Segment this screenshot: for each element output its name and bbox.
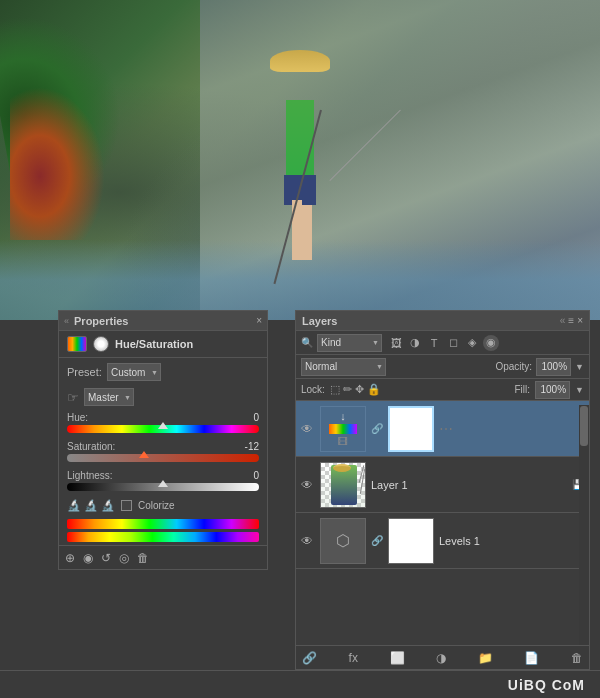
levels-icon: ⬡ [336, 531, 350, 550]
eye-btn-huesat[interactable]: 👁 [301, 422, 315, 436]
eyedropper-2[interactable]: 🔬 [84, 499, 98, 512]
eyedropper-3[interactable]: 🔬 [101, 499, 115, 512]
preset-select[interactable]: Custom [107, 363, 161, 381]
huesat-arrow-icon: ↓ [340, 410, 346, 422]
filter-smart-btn[interactable]: ◈ [464, 335, 480, 351]
stem-decoration [10, 80, 110, 240]
preset-select-wrapper[interactable]: Custom [107, 363, 161, 381]
trash-btn[interactable]: 🗑 [137, 551, 149, 565]
layers-collapse[interactable]: « [560, 315, 566, 326]
properties-panel: « Properties × Hue/Saturation Preset: Cu… [58, 310, 268, 570]
opacity-input[interactable] [536, 358, 571, 376]
link-chain-huesat: 🔗 [371, 423, 383, 434]
filter-image-btn[interactable]: 🖼 [388, 335, 404, 351]
properties-title: Properties [74, 315, 128, 327]
lock-icons: ⬚ ✏ ✥ 🔒 [330, 383, 381, 396]
hue-circle-icon [93, 336, 109, 352]
colorize-label: Colorize [138, 500, 175, 511]
levels-mask-white [389, 519, 433, 563]
watermark-main: UiBQ CoM [508, 677, 585, 693]
spectrum-bar [67, 519, 259, 529]
finger-icon[interactable]: ☞ [67, 390, 79, 405]
levels-thumb: ⬡ [320, 518, 366, 564]
hue-thumb[interactable] [158, 422, 168, 429]
opacity-label: Opacity: [495, 361, 532, 372]
link-layers-btn[interactable]: 🔗 [302, 651, 317, 665]
fill-label: Fill: [515, 384, 531, 395]
rod-mini [360, 469, 365, 494]
fill-arrow: ▼ [575, 385, 584, 395]
hue-adj-icon [67, 336, 87, 352]
blend-select[interactable]: Normal [301, 358, 386, 376]
lock-move-btn[interactable]: ✥ [355, 383, 364, 396]
properties-collapse[interactable]: « [64, 316, 69, 326]
huesat-mask-white [390, 408, 432, 450]
sat-slider-section: Saturation: -12 [59, 437, 267, 466]
properties-close[interactable]: × [256, 315, 262, 326]
layer-row-huesat[interactable]: 👁 ↓ 🎞 🔗 ⋯ [296, 401, 589, 457]
add-layer-btn[interactable]: ⊕ [65, 551, 75, 565]
hue-track[interactable] [67, 425, 259, 433]
sat-thumb[interactable] [139, 451, 149, 458]
add-group-btn[interactable]: 📁 [478, 651, 493, 665]
layer-row-levels[interactable]: 👁 ⬡ 🔗 Levels 1 [296, 513, 589, 569]
layers-close[interactable]: × [577, 315, 583, 326]
eye-btn[interactable]: ◉ [83, 551, 93, 565]
eye-btn-levels[interactable]: 👁 [301, 534, 315, 548]
huesat-title: Hue/Saturation [115, 338, 193, 350]
blend-select-wrapper[interactable]: Normal [301, 358, 386, 376]
colorize-row: 🔬 🔬 🔬 Colorize [59, 495, 267, 516]
filter-type-btn[interactable]: T [426, 335, 442, 351]
link-chain-levels: 🔗 [371, 535, 383, 546]
channel-select[interactable]: Master [84, 388, 134, 406]
lock-all-btn[interactable]: 🔒 [367, 383, 381, 396]
layers-scroll-thumb[interactable] [580, 406, 588, 446]
visibility-btn[interactable]: ◎ [119, 551, 129, 565]
filter-shape-btn[interactable]: ◻ [445, 335, 461, 351]
huesat-layer-thumb: ↓ 🎞 [320, 406, 366, 452]
light-track[interactable] [67, 483, 259, 491]
body [286, 100, 314, 180]
add-mask-btn[interactable]: ⬜ [390, 651, 405, 665]
eye-btn-layer1[interactable]: 👁 [301, 478, 315, 492]
lock-brush-btn[interactable]: ✏ [343, 383, 352, 396]
huesat-film-icon: 🎞 [338, 436, 348, 447]
lock-row: Lock: ⬚ ✏ ✥ 🔒 Fill: ▼ [296, 379, 589, 401]
layer1-girl-img [321, 463, 365, 507]
lock-label: Lock: [301, 384, 325, 395]
layers-menu[interactable]: ≡ [568, 315, 574, 326]
layer-row-1[interactable]: 👁 Layer 1 💾 [296, 457, 589, 513]
huesat-mask-thumb [388, 406, 434, 452]
light-thumb[interactable] [158, 480, 168, 487]
filter-adj-btn[interactable]: ◑ [407, 335, 423, 351]
channel-select-wrapper[interactable]: Master [84, 388, 134, 406]
eyedropper-1[interactable]: 🔬 [67, 499, 81, 512]
sat-track[interactable] [67, 454, 259, 462]
delete-layer-btn[interactable]: 🗑 [571, 651, 583, 665]
levels-name: Levels 1 [439, 535, 584, 547]
search-icon: 🔍 [301, 337, 313, 348]
eyedropper-icons: 🔬 🔬 🔬 [67, 499, 115, 512]
sat-label: Saturation: -12 [67, 441, 259, 452]
undo-btn[interactable]: ↺ [101, 551, 111, 565]
kind-select[interactable]: Kind [317, 334, 382, 352]
layers-panel: Layers « ≡ × 🔍 Kind 🖼 ◑ T ◻ ◈ ◉ Normal [295, 310, 590, 670]
lock-checkerboard-btn[interactable]: ⬚ [330, 383, 340, 396]
opacity-arrow: ▼ [575, 362, 584, 372]
fx-btn[interactable]: fx [349, 651, 358, 665]
colorize-checkbox[interactable] [121, 500, 132, 511]
huesat-options-btn[interactable]: ⋯ [439, 421, 453, 437]
new-layer-btn[interactable]: 📄 [524, 651, 539, 665]
kind-select-wrapper[interactable]: Kind [317, 334, 382, 352]
layers-scrollbar[interactable] [579, 405, 589, 645]
girl-figure [220, 20, 380, 290]
properties-header: « Properties × [59, 311, 267, 331]
properties-title-row: « Properties [64, 315, 128, 327]
huesat-gradient-bar [329, 424, 357, 434]
filter-toggle-btn[interactable]: ◉ [483, 335, 499, 351]
blend-opacity-row: Normal Opacity: ▼ [296, 355, 589, 379]
add-adj-btn[interactable]: ◑ [436, 651, 446, 665]
hue-slider-section: Hue: 0 [59, 408, 267, 437]
layer1-name: Layer 1 [371, 479, 567, 491]
fill-input[interactable] [535, 381, 570, 399]
